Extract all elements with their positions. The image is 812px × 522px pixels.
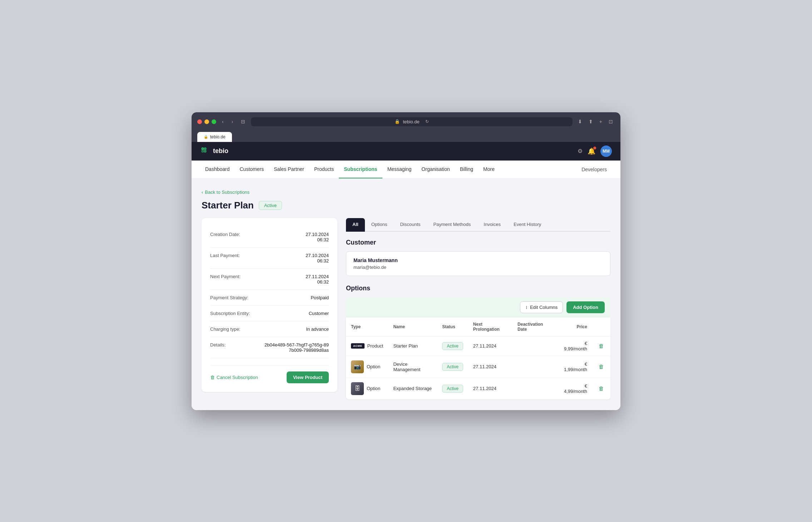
back-link[interactable]: ‹ Back to Subscriptions xyxy=(202,189,249,195)
customer-section-title: Customer xyxy=(346,239,610,246)
row3-delete-button[interactable]: 🗑 xyxy=(597,384,605,393)
page-content: ‹ Back to Subscriptions Starter Plan Act… xyxy=(192,179,620,410)
browser-chrome: ‹ › ⊟ 🔒 tebio.de ↻ ⬇ ⬆ + ⊡ 🔒 tebio.de xyxy=(192,112,620,142)
col-type: Type xyxy=(346,317,388,336)
page-title-row: Starter Plan Active xyxy=(202,200,610,211)
left-col: Creation Date: 27.10.202406:32 Last Paym… xyxy=(202,218,337,392)
info-creation-date: Creation Date: 27.10.202406:32 xyxy=(210,227,329,248)
row2-delete: 🗑 xyxy=(592,356,610,378)
settings-icon-btn[interactable]: ⚙ xyxy=(578,148,583,154)
left-col-actions: 🗑 Cancel Subscription View Product xyxy=(210,365,329,383)
info-charging-type: Charging type: In advance xyxy=(210,321,329,337)
payment-strategy-label: Payment Strategy: xyxy=(210,295,248,300)
options-section: Options ⫶ Edit Columns Add Option Type N… xyxy=(346,285,610,399)
next-payment-value: 27.11.202406:32 xyxy=(306,274,329,285)
col-actions xyxy=(592,317,610,336)
download-btn[interactable]: ⬇ xyxy=(576,118,584,125)
row3-status: Active xyxy=(437,378,468,399)
table-row: 📷 Option Device Management Active 27.11.… xyxy=(346,356,610,378)
row3-type: 🗄 Option xyxy=(346,378,388,399)
subscription-entity-label: Subscription Entity: xyxy=(210,311,250,316)
nav-organisation[interactable]: Organisation xyxy=(416,161,455,178)
info-subscription-entity: Subscription Entity: Customer xyxy=(210,306,329,321)
chevron-left-icon: ‹ xyxy=(202,189,203,195)
col-deactivation-date: Deactivation Date xyxy=(513,317,556,336)
options-table: Type Name Status Next Prolongation Deact… xyxy=(346,317,610,399)
nav-messaging[interactable]: Messaging xyxy=(382,161,417,178)
table-row: ACME Product Starter Plan Active 27.11.2… xyxy=(346,336,610,356)
subscription-entity-value: Customer xyxy=(309,311,329,316)
active-tab[interactable]: 🔒 tebio.de xyxy=(197,132,232,142)
browser-window: ‹ › ⊟ 🔒 tebio.de ↻ ⬇ ⬆ + ⊡ 🔒 tebio.de xyxy=(192,112,620,410)
nav-customers[interactable]: Customers xyxy=(235,161,269,178)
tab-invoices[interactable]: Invoices xyxy=(477,218,507,232)
tab-discounts[interactable]: Discounts xyxy=(393,218,427,232)
nav-billing[interactable]: Billing xyxy=(455,161,478,178)
row3-next-prolongation: 27.11.2024 xyxy=(468,378,513,399)
svg-point-3 xyxy=(204,150,207,153)
right-col: All Options Discounts Payment Methods In… xyxy=(346,218,610,399)
traffic-lights xyxy=(197,119,216,124)
avatar[interactable]: MM xyxy=(600,146,612,157)
cancel-subscription-link[interactable]: 🗑 Cancel Subscription xyxy=(210,375,258,380)
nav-dashboard[interactable]: Dashboard xyxy=(200,161,235,178)
tab-all[interactable]: All xyxy=(346,218,365,232)
row1-delete-button[interactable]: 🗑 xyxy=(597,341,605,350)
traffic-light-minimize[interactable] xyxy=(204,119,209,124)
tab-options[interactable]: Options xyxy=(365,218,394,232)
view-product-button[interactable]: View Product xyxy=(287,371,329,383)
nav-developers[interactable]: Developers xyxy=(576,161,612,179)
row1-deactivation-date xyxy=(513,336,556,356)
row3-name: Expanded Storage xyxy=(388,378,437,399)
row1-price: € 9,99/month xyxy=(556,336,592,356)
row2-next-prolongation: 27.11.2024 xyxy=(468,356,513,378)
tabs-btn[interactable]: ⊡ xyxy=(607,118,615,125)
col-next-prolongation: Next Prolongation xyxy=(468,317,513,336)
tab-event-history[interactable]: Event History xyxy=(507,218,548,232)
sidebar-toggle-btn[interactable]: ⊟ xyxy=(239,118,247,125)
status-badge: Active xyxy=(259,201,282,210)
row2-delete-button[interactable]: 🗑 xyxy=(597,362,605,371)
charging-type-value: In advance xyxy=(306,326,329,332)
app-header: tebio ⚙ 🔔 MM xyxy=(192,142,620,161)
nav-subscriptions[interactable]: Subscriptions xyxy=(339,161,382,178)
reload-icon[interactable]: ↻ xyxy=(425,119,429,124)
tab-bar: All Options Discounts Payment Methods In… xyxy=(346,218,610,232)
product-logo-icon: ACME xyxy=(351,343,365,349)
main-nav: Dashboard Customers Sales Partner Produc… xyxy=(192,161,620,179)
row2-name: Device Management xyxy=(388,356,437,378)
payment-strategy-value: Postpaid xyxy=(311,295,329,300)
nav-more[interactable]: More xyxy=(478,161,500,178)
browser-forward-btn[interactable]: › xyxy=(229,118,236,125)
browser-tabs: 🔒 tebio.de xyxy=(197,130,615,142)
columns-icon: ⫶ xyxy=(525,305,528,310)
svg-point-0 xyxy=(201,147,204,150)
info-details: Details: 2b04e489-567-7hgf7-g765g-897b00… xyxy=(210,337,329,358)
nav-sales-partner[interactable]: Sales Partner xyxy=(269,161,309,178)
info-next-payment: Next Payment: 27.11.202406:32 xyxy=(210,269,329,290)
notifications-btn[interactable]: 🔔 xyxy=(588,147,595,155)
traffic-light-maximize[interactable] xyxy=(212,119,216,124)
address-bar[interactable]: 🔒 tebio.de ↻ xyxy=(251,117,572,126)
edit-columns-button[interactable]: ⫶ Edit Columns xyxy=(520,301,563,313)
creation-date-value: 27.10.202406:32 xyxy=(306,232,329,242)
options-table-body: ACME Product Starter Plan Active 27.11.2… xyxy=(346,336,610,399)
cancel-subscription-text: Cancel Subscription xyxy=(217,375,258,380)
browser-back-btn[interactable]: ‹ xyxy=(220,118,226,125)
nav-products[interactable]: Products xyxy=(309,161,339,178)
tebio-logo-icon xyxy=(200,146,210,156)
new-tab-btn[interactable]: + xyxy=(598,118,604,125)
details-label: Details: xyxy=(210,342,226,348)
expanded-storage-thumb: 🗄 xyxy=(351,382,364,395)
add-option-button[interactable]: Add Option xyxy=(566,301,605,313)
url-text: tebio.de xyxy=(403,119,419,124)
creation-date-label: Creation Date: xyxy=(210,232,240,237)
trash-icon: 🗑 xyxy=(210,375,215,380)
share-btn[interactable]: ⬆ xyxy=(587,118,595,125)
last-payment-label: Last Payment: xyxy=(210,253,240,258)
row3-delete: 🗑 xyxy=(592,378,610,399)
back-link-text: Back to Subscriptions xyxy=(205,189,249,195)
customer-email: maria@tebio.de xyxy=(353,265,603,270)
traffic-light-close[interactable] xyxy=(197,119,202,124)
tab-payment-methods[interactable]: Payment Methods xyxy=(427,218,477,232)
